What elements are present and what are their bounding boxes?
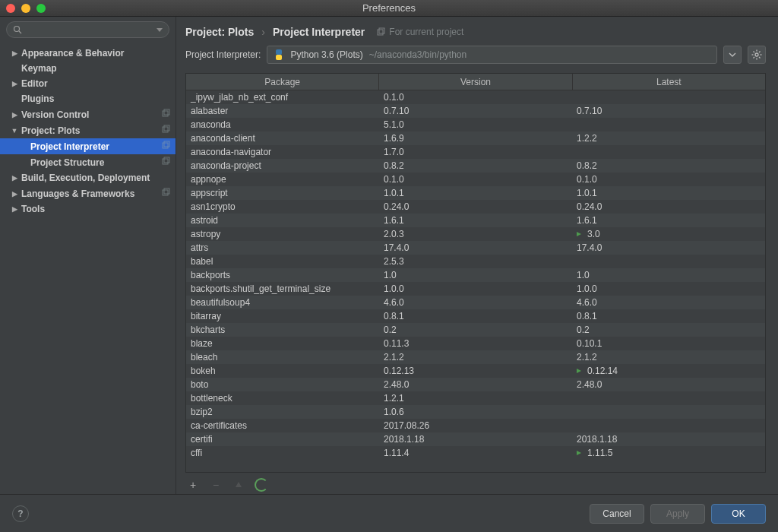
cancel-button[interactable]: Cancel	[590, 504, 644, 524]
chevron-down-icon	[729, 51, 736, 59]
table-row[interactable]: backports.shutil_get_terminal_size1.0.01…	[186, 282, 765, 296]
cell-package: anaconda	[186, 119, 379, 130]
footer: ? Cancel Apply OK	[0, 494, 778, 532]
cell-version: 0.8.2	[379, 160, 572, 171]
cell-version: 1.0.1	[379, 188, 572, 198]
table-row[interactable]: backports1.01.0	[186, 268, 765, 282]
triangle-up-icon	[235, 481, 242, 489]
sidebar-item-keymap[interactable]: Keymap	[0, 61, 176, 76]
cell-version: 2.5.3	[379, 256, 572, 267]
svg-point-0	[14, 27, 20, 32]
svg-line-19	[754, 52, 755, 53]
cell-latest: 4.6.0	[572, 297, 765, 308]
cell-version: 0.1.0	[379, 92, 572, 103]
table-row[interactable]: _ipyw_jlab_nb_ext_conf0.1.0	[186, 90, 765, 104]
table-row[interactable]: bzip21.0.6	[186, 405, 765, 419]
table-row[interactable]: bokeh0.12.130.12.14	[186, 364, 765, 378]
table-row[interactable]: anaconda-client1.6.91.2.2	[186, 131, 765, 145]
table-row[interactable]: blaze0.11.30.10.1	[186, 337, 765, 350]
upgrade-package-button[interactable]	[231, 477, 246, 492]
svg-rect-6	[163, 143, 168, 148]
table-row[interactable]: alabaster0.7.100.7.10	[186, 104, 765, 118]
table-row[interactable]: babel2.5.3	[186, 255, 765, 268]
table-row[interactable]: boto2.48.02.48.0	[186, 378, 765, 391]
cell-version: 1.6.9	[379, 133, 572, 144]
add-package-button[interactable]: +	[185, 477, 201, 492]
python-icon	[274, 49, 284, 60]
table-row[interactable]: appscript1.0.11.0.1	[186, 186, 765, 200]
tree-arrow-icon: ▼	[11, 127, 18, 135]
sidebar-item-project-structure[interactable]: Project Structure	[0, 154, 176, 170]
conda-ring-icon	[255, 478, 268, 492]
cell-latest: 1.0	[572, 270, 765, 280]
cell-package: asn1crypto	[186, 201, 379, 212]
table-row[interactable]: certifi2018.1.182018.1.18	[186, 432, 765, 446]
conda-button[interactable]	[254, 477, 269, 492]
cell-package: appscript	[186, 188, 379, 198]
interpreter-dropdown-toggle[interactable]	[723, 46, 742, 64]
sidebar-item-label: Languages & Frameworks	[21, 188, 134, 199]
interpreter-label: Project Interpreter:	[185, 49, 261, 60]
cell-version: 2.0.3	[379, 229, 572, 239]
table-row[interactable]: ca-certificates2017.08.26	[186, 419, 765, 432]
cell-latest: 17.4.0	[572, 242, 765, 253]
cell-package: bottleneck	[186, 393, 379, 404]
svg-rect-10	[163, 190, 168, 195]
cell-latest: 0.7.10	[572, 106, 765, 116]
cell-latest: 0.12.14	[572, 366, 765, 376]
table-row[interactable]: bleach2.1.22.1.2	[186, 350, 765, 364]
table-row[interactable]: appnope0.1.00.1.0	[186, 173, 765, 186]
table-row[interactable]: anaconda5.1.0	[186, 118, 765, 131]
table-row[interactable]: beautifulsoup44.6.04.6.0	[186, 296, 765, 309]
column-latest[interactable]: Latest	[573, 74, 765, 90]
ok-button[interactable]: OK	[711, 504, 766, 524]
table-row[interactable]: bottleneck1.2.1	[186, 391, 765, 405]
cell-version: 2.48.0	[379, 379, 572, 390]
table-row[interactable]: bitarray0.8.10.8.1	[186, 309, 765, 323]
table-row[interactable]: astropy2.0.33.0	[186, 227, 765, 241]
sidebar-item-project-plots[interactable]: ▼Project: Plots	[0, 122, 176, 138]
help-button[interactable]: ?	[12, 505, 29, 522]
cell-package: backports	[186, 270, 379, 280]
remove-package-button[interactable]: −	[208, 477, 223, 492]
column-version[interactable]: Version	[379, 74, 572, 90]
cell-version: 2017.08.26	[379, 420, 572, 431]
sidebar-item-project-interpreter[interactable]: Project Interpreter	[0, 138, 176, 154]
project-scope-icon	[162, 157, 171, 168]
cell-version: 0.1.0	[379, 174, 572, 185]
sidebar-item-tools[interactable]: ▶Tools	[0, 201, 176, 217]
upgrade-arrow-icon	[577, 230, 584, 238]
cell-package: bkcharts	[186, 325, 379, 335]
cell-latest: 0.1.0	[572, 174, 765, 185]
table-row[interactable]: anaconda-project0.8.20.8.2	[186, 159, 765, 173]
search-input[interactable]	[6, 21, 169, 38]
sidebar-item-plugins[interactable]: Plugins	[0, 91, 176, 106]
table-row[interactable]: astroid1.6.11.6.1	[186, 214, 765, 227]
sidebar-item-build-execution-deployment[interactable]: ▶Build, Execution, Deployment	[0, 170, 176, 185]
table-row[interactable]: cffi1.11.41.11.5	[186, 446, 765, 460]
svg-rect-5	[164, 125, 169, 131]
tree-arrow-icon: ▶	[11, 80, 18, 87]
table-row[interactable]: attrs17.4.017.4.0	[186, 241, 765, 255]
sidebar-item-version-control[interactable]: ▶Version Control	[0, 106, 176, 122]
cell-version: 0.7.10	[379, 106, 572, 116]
cell-package: attrs	[186, 242, 379, 253]
apply-button[interactable]: Apply	[650, 504, 705, 524]
sidebar-item-languages-frameworks[interactable]: ▶Languages & Frameworks	[0, 185, 176, 201]
gear-icon	[751, 49, 762, 60]
column-package[interactable]: Package	[186, 74, 379, 90]
cell-version: 1.7.0	[379, 147, 572, 157]
svg-rect-11	[164, 188, 169, 194]
cell-version: 1.6.1	[379, 215, 572, 226]
sidebar-item-label: Project: Plots	[21, 125, 80, 136]
interpreter-settings-button[interactable]	[748, 46, 766, 64]
interpreter-dropdown[interactable]: Python 3.6 (Plots) ~/anaconda3/bin/pytho…	[267, 46, 717, 64]
upgrade-arrow-icon	[577, 367, 584, 375]
table-row[interactable]: bkcharts0.20.2	[186, 323, 765, 337]
sidebar-item-appearance-behavior[interactable]: ▶Appearance & Behavior	[0, 46, 176, 61]
sidebar-item-editor[interactable]: ▶Editor	[0, 76, 176, 91]
breadcrumb-separator: ›	[261, 26, 265, 38]
svg-rect-12	[378, 30, 383, 35]
table-row[interactable]: asn1crypto0.24.00.24.0	[186, 200, 765, 214]
table-row[interactable]: anaconda-navigator1.7.0	[186, 145, 765, 159]
